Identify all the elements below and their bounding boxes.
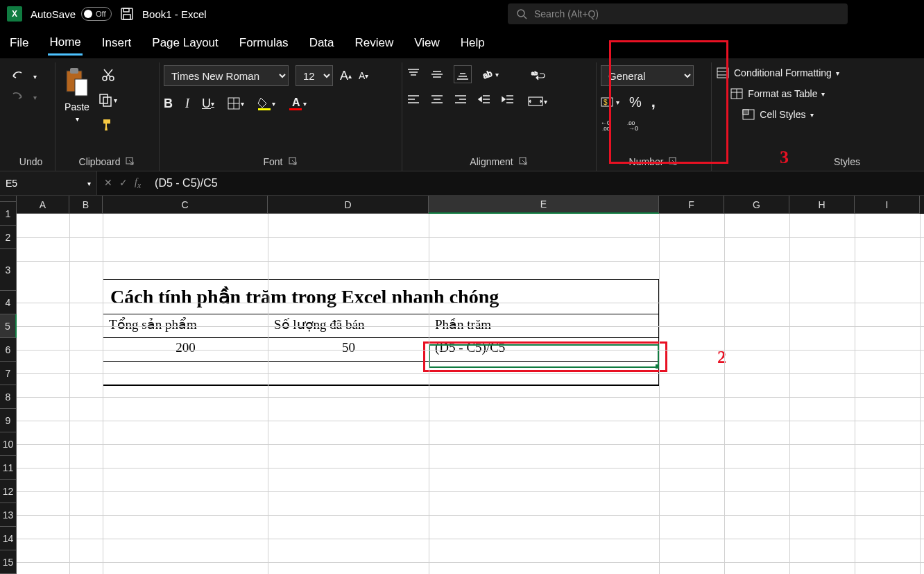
col-header-E[interactable]: E (429, 196, 659, 214)
wrap-text-button[interactable]: ab (527, 69, 547, 83)
comma-format-icon[interactable]: , (651, 93, 656, 111)
col-header-B[interactable]: B (69, 196, 103, 214)
autosave-toggle[interactable]: AutoSave Off (31, 7, 112, 21)
increase-decimal-icon[interactable]: ←0.00 (601, 118, 617, 130)
search-placeholder: Search (Alt+Q) (534, 8, 599, 19)
font-size-select[interactable]: 12 (296, 65, 333, 86)
col-header-A[interactable]: A (17, 196, 69, 214)
tab-help[interactable]: Help (459, 32, 486, 54)
decrease-decimal-icon[interactable]: .00→0 (627, 118, 644, 130)
row-header-4[interactable]: 4 (0, 291, 17, 314)
redo-button[interactable]: ▾ (11, 90, 37, 104)
paste-button[interactable]: Paste ▾ (60, 65, 94, 124)
align-left-icon[interactable] (407, 93, 420, 107)
row-header-7[interactable]: 7 (0, 362, 17, 385)
formula-input[interactable]: (D5 - C5)/C5 (148, 177, 924, 189)
accounting-format-icon[interactable]: $▾ (601, 96, 619, 108)
fill-color-button[interactable]: ▾ (257, 96, 275, 111)
svg-rect-57 (717, 68, 728, 78)
align-bottom-icon[interactable] (454, 65, 472, 83)
group-number-label: Number (629, 156, 664, 167)
underline-button[interactable]: U ▾ (202, 96, 214, 111)
align-middle-icon[interactable] (430, 67, 444, 81)
col-header-I[interactable]: I (855, 196, 920, 214)
col-header-F[interactable]: F (659, 196, 724, 214)
row-header-1[interactable]: 1 (0, 202, 17, 226)
tab-insert[interactable]: Insert (101, 32, 133, 54)
enter-formula-icon[interactable]: ✓ (119, 177, 128, 190)
bold-button[interactable]: B (164, 96, 173, 111)
row-header-5[interactable]: 5 (0, 314, 17, 338)
align-center-icon[interactable] (430, 93, 444, 107)
cell-styles-button[interactable]: Cell Styles▾ (716, 108, 839, 121)
align-top-icon[interactable] (407, 67, 420, 81)
row-header-8[interactable]: 8 (0, 385, 17, 409)
font-name-select[interactable]: Times New Roman (164, 65, 289, 86)
svg-rect-18 (258, 108, 271, 110)
row-header-15[interactable]: 15 (0, 550, 17, 574)
col-header-G[interactable]: G (724, 196, 789, 214)
tab-home[interactable]: Home (48, 31, 82, 56)
row-header-12[interactable]: 12 (0, 480, 17, 503)
row-header-11[interactable]: 11 (0, 456, 17, 480)
svg-text:ab: ab (531, 70, 538, 76)
svg-text:A: A (292, 96, 300, 108)
font-launcher-icon[interactable] (289, 157, 298, 167)
orientation-icon[interactable]: ab▾ (481, 67, 499, 81)
row-header-3[interactable]: 3 (0, 249, 17, 291)
row-header-6[interactable]: 6 (0, 338, 17, 362)
svg-rect-1 (123, 8, 129, 12)
row-header-14[interactable]: 14 (0, 527, 17, 550)
align-right-icon[interactable] (454, 93, 468, 107)
conditional-formatting-button[interactable]: Conditional Formatting▾ (716, 67, 839, 79)
increase-font-icon[interactable]: A▴ (340, 69, 352, 83)
search-box[interactable]: Search (Alt+Q) (508, 3, 848, 24)
tab-formulas[interactable]: Formulas (238, 32, 290, 54)
number-launcher-icon[interactable] (669, 157, 678, 167)
select-all-corner[interactable] (0, 196, 17, 202)
increase-indent-icon[interactable] (501, 93, 515, 107)
tab-data[interactable]: Data (308, 32, 336, 54)
data-table: Cách tính phần trăm trong Excel nhanh ch… (103, 279, 659, 386)
excel-app-icon: X (7, 6, 22, 22)
toggle-switch[interactable]: Off (81, 7, 112, 21)
tab-review[interactable]: Review (354, 32, 395, 54)
save-icon[interactable] (120, 7, 134, 21)
svg-text:ab: ab (481, 68, 494, 81)
row-header-2[interactable]: 2 (0, 226, 17, 249)
col-header-C[interactable]: C (103, 196, 268, 214)
borders-button[interactable]: ▾ (227, 96, 244, 110)
fx-icon[interactable]: fx (135, 177, 141, 190)
format-painter-button[interactable] (99, 118, 117, 132)
col-header-D[interactable]: D (268, 196, 429, 214)
name-box[interactable]: E5 ▾ (0, 171, 97, 195)
cancel-formula-icon[interactable]: ✕ (104, 177, 112, 190)
format-as-table-button[interactable]: Format as Table▾ (716, 87, 839, 100)
svg-rect-2 (123, 15, 130, 19)
decrease-font-icon[interactable]: A▾ (359, 70, 368, 81)
col-header-H[interactable]: H (789, 196, 855, 214)
ribbon-tabs: File Home Insert Page Layout Formulas Da… (0, 28, 924, 58)
copy-button[interactable]: ▾ (99, 93, 117, 107)
svg-line-4 (524, 16, 527, 19)
clipboard-launcher-icon[interactable] (126, 157, 135, 167)
italic-button[interactable]: I (185, 96, 189, 111)
cut-button[interactable] (99, 68, 117, 82)
svg-point-3 (517, 10, 524, 17)
merge-center-button[interactable]: ▾ (527, 94, 547, 108)
percent-format-icon[interactable]: % (629, 94, 642, 110)
undo-button[interactable]: ▾ (11, 69, 37, 83)
font-color-button[interactable]: A▾ (288, 96, 307, 111)
worksheet[interactable]: 123456789101112131415 ABCDEFGHI Cách tín… (0, 196, 924, 574)
tab-file[interactable]: File (8, 32, 30, 54)
formula-bar: E5 ▾ ✕ ✓ fx (D5 - C5)/C5 (0, 171, 924, 196)
row-header-13[interactable]: 13 (0, 503, 17, 527)
table-title: Cách tính phần trăm trong Excel nhanh ch… (103, 280, 658, 314)
tab-page-layout[interactable]: Page Layout (151, 32, 219, 54)
decrease-indent-icon[interactable] (477, 93, 491, 107)
number-format-select[interactable]: General (601, 65, 694, 86)
alignment-launcher-icon[interactable] (519, 157, 529, 167)
row-header-10[interactable]: 10 (0, 432, 17, 456)
row-header-9[interactable]: 9 (0, 409, 17, 432)
tab-view[interactable]: View (413, 32, 441, 54)
